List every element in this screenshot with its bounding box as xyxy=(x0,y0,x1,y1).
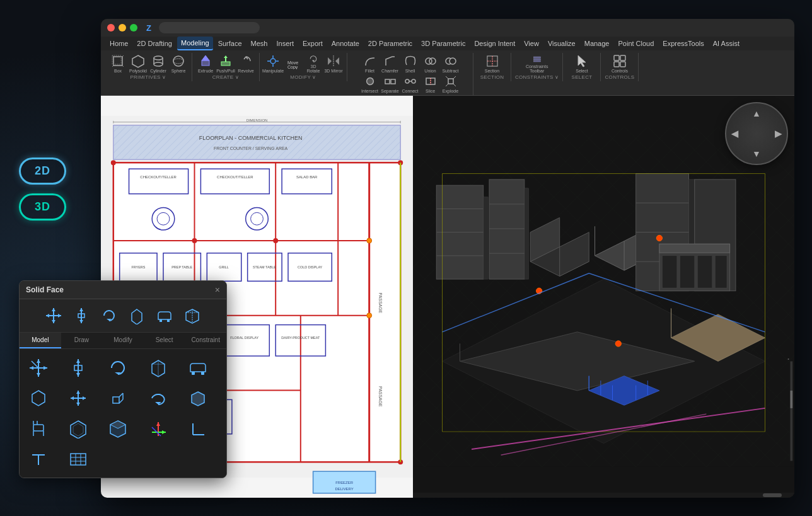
constraints-icons: Constraints Toolbar xyxy=(528,54,547,73)
panel-icon-rotate[interactable] xyxy=(98,304,120,327)
tool-union[interactable]: Union xyxy=(421,54,440,73)
panel-icon-move[interactable] xyxy=(42,304,65,327)
svg-text:Copy: Copy xyxy=(287,65,298,69)
menu-3d-parametric[interactable]: 3D Parametric xyxy=(417,37,469,50)
menu-view[interactable]: View xyxy=(520,37,543,50)
panel-icon-3dbox[interactable] xyxy=(181,304,204,327)
tool-explode[interactable]: Explode xyxy=(441,74,460,93)
panel-icon-tilt[interactable] xyxy=(153,304,176,327)
menu-point-cloud[interactable]: Point Cloud xyxy=(614,37,658,50)
panel-icon-scale[interactable] xyxy=(125,304,148,327)
svg-rect-129 xyxy=(484,197,488,279)
tool-pushpull[interactable]: Push/Pull xyxy=(216,54,235,73)
svg-text:SALAD BAR: SALAD BAR xyxy=(296,175,318,179)
grid-icon-solid-box[interactable] xyxy=(184,384,212,412)
tool-move-copy[interactable]: MoveCopy xyxy=(284,54,303,73)
tool-cylinder[interactable]: Cylinder xyxy=(149,54,168,73)
grid-icon-rotate-3d[interactable] xyxy=(104,354,132,382)
menu-ai-assist[interactable]: AI Assist xyxy=(709,37,743,50)
svg-marker-51 xyxy=(578,55,586,67)
tool-fillet[interactable]: Fillet xyxy=(361,54,380,73)
grid-icon-box3d[interactable] xyxy=(144,354,172,382)
grid-icon-frame[interactable] xyxy=(64,415,92,442)
tool-constraints-toolbar[interactable]: Constraints Toolbar xyxy=(528,54,547,73)
menu-expresstools[interactable]: ExpressTools xyxy=(659,37,707,50)
tool-3d-rotate[interactable]: 3D Rotate xyxy=(304,54,323,73)
scrollbar-thumb[interactable] xyxy=(763,493,782,497)
horizontal-scrollbar[interactable] xyxy=(413,493,794,498)
tool-3d-mirror[interactable]: 3D Mirror xyxy=(324,54,343,73)
tool-subtract[interactable]: Subtract xyxy=(441,54,460,73)
svg-rect-134 xyxy=(525,188,529,279)
menu-manage[interactable]: Manage xyxy=(581,37,613,50)
tool-separate[interactable]: Separate xyxy=(381,74,400,93)
tool-manipulate[interactable]: Manipulate xyxy=(264,54,282,73)
menu-design-intent[interactable]: Design Intent xyxy=(470,37,519,50)
panel-icon-move-axis[interactable] xyxy=(70,304,93,327)
tool-connect[interactable]: Connect xyxy=(401,74,420,93)
minimize-dot[interactable] xyxy=(119,24,126,32)
tool-revolve[interactable]: Revolve xyxy=(236,54,255,73)
menu-annotate[interactable]: Annotate xyxy=(328,37,363,50)
svg-text:STEAM TABLE: STEAM TABLE xyxy=(253,265,276,269)
grid-icon-move-vertical[interactable] xyxy=(64,354,92,382)
nav-left-arrow[interactable]: ◀ xyxy=(731,129,738,139)
tool-chamfer[interactable]: Chamfer xyxy=(381,54,400,73)
tool-slice[interactable]: Slice xyxy=(421,74,440,93)
iso-view[interactable]: • ▲ ▼ ◀ ▶ xyxy=(413,96,794,498)
tool-extrude[interactable]: Extrude xyxy=(196,54,215,73)
app-logo: Z xyxy=(146,23,151,33)
tab-model[interactable]: Model xyxy=(20,333,61,348)
menu-2d-parametric[interactable]: 2D Parametric xyxy=(364,37,416,50)
tool-section[interactable]: Section xyxy=(483,54,502,73)
nav-down-arrow[interactable]: ▼ xyxy=(752,149,761,159)
svg-rect-50 xyxy=(533,60,540,62)
menu-home[interactable]: Home xyxy=(106,37,132,50)
tab-constraint[interactable]: Constraint xyxy=(185,333,226,348)
title-search[interactable] xyxy=(159,22,260,33)
grid-icon-move-box[interactable] xyxy=(104,384,132,412)
tool-select[interactable]: Select xyxy=(572,54,591,73)
svg-rect-53 xyxy=(620,55,625,60)
grid-icon-grid-box[interactable] xyxy=(64,445,92,473)
navigation-widget[interactable]: ▲ ▼ ◀ ▶ xyxy=(725,102,788,165)
toggle-3d-button[interactable]: 3D xyxy=(19,193,66,221)
menu-visualize[interactable]: Visualize xyxy=(544,37,579,50)
tool-polysolid[interactable]: Polysolid xyxy=(129,54,148,73)
tab-draw[interactable]: Draw xyxy=(61,333,103,348)
grid-icon-rotate2[interactable] xyxy=(144,384,172,412)
svg-rect-156 xyxy=(680,256,695,288)
menu-surface[interactable]: Surface xyxy=(214,37,246,50)
toolbar-group-select: Select SELECT xyxy=(563,53,601,81)
tool-shell[interactable]: Shell xyxy=(401,54,420,73)
grid-icon-couch[interactable] xyxy=(184,354,212,382)
menu-insert[interactable]: Insert xyxy=(272,37,298,50)
grid-icon-chair[interactable] xyxy=(25,415,52,442)
controls-icons: Controls xyxy=(610,54,629,73)
grid-icon-box-solid[interactable] xyxy=(104,415,132,442)
tool-controls[interactable]: Controls xyxy=(610,54,629,73)
grid-icon-axis[interactable] xyxy=(144,415,172,442)
menu-mesh[interactable]: Mesh xyxy=(247,37,272,50)
grid-icon-hexbox[interactable] xyxy=(25,384,52,412)
menu-modeling[interactable]: Modeling xyxy=(177,37,213,50)
tool-box[interactable]: Box xyxy=(108,54,127,73)
tool-intersect[interactable]: Intersect xyxy=(361,74,380,93)
tab-select[interactable]: Select xyxy=(144,333,185,348)
grid-icon-move-planar[interactable] xyxy=(64,384,92,412)
menu-export[interactable]: Export xyxy=(299,37,327,50)
tool-sphere[interactable]: Sphere xyxy=(169,54,188,73)
toggle-2d-button[interactable]: 2D xyxy=(19,158,66,185)
menu-2d-drafting[interactable]: 2D Drafting xyxy=(133,37,176,50)
nav-up-arrow[interactable]: ▲ xyxy=(752,108,761,118)
nav-right-arrow[interactable]: ▶ xyxy=(775,129,782,139)
tab-modify[interactable]: Modify xyxy=(102,333,144,348)
grid-icon-angle[interactable] xyxy=(184,415,212,442)
panel-close-button[interactable]: × xyxy=(215,285,220,295)
svg-text:DELIVERY: DELIVERY xyxy=(335,487,353,491)
close-dot[interactable] xyxy=(107,24,115,32)
maximize-dot[interactable] xyxy=(130,24,137,32)
grid-icon-move3d[interactable] xyxy=(25,354,52,382)
grid-icon-tee[interactable] xyxy=(25,445,52,473)
svg-text:FLORAL DISPLAY: FLORAL DISPLAY xyxy=(230,336,258,340)
